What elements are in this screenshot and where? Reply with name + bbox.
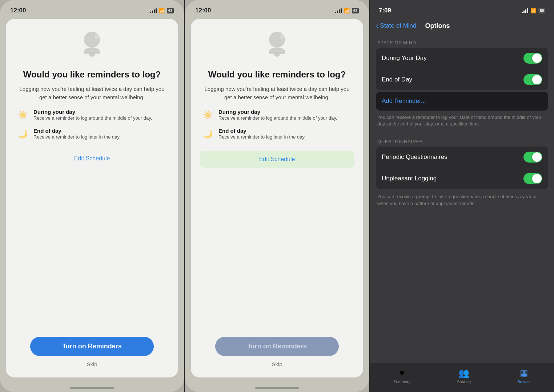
card-2: Would you like reminders to log? Logging… (191, 19, 363, 377)
bell-area-2 (261, 30, 293, 63)
feature-item-1-0: ☀️ During your day Receive a reminder to… (16, 109, 168, 122)
feature-desc-1-0: Receive a reminder to log around the mid… (33, 115, 152, 121)
feature-desc-1-1: Receive a reminder to log later in the d… (33, 134, 121, 140)
nav-title: Options (425, 22, 450, 30)
state-of-mind-section-label: STATE OF MIND (377, 40, 547, 45)
wifi-icon-2: 📶 (344, 8, 350, 13)
sharing-icon: 👥 (458, 368, 469, 378)
feature-list-2: ☀️ During your day Receive a reminder to… (200, 109, 354, 147)
during-your-day-toggle[interactable] (523, 53, 542, 64)
questionnaires-desc: You can receive a prompt to take a quest… (376, 191, 548, 212)
reminder-title-1: Would you like reminders to log? (23, 69, 161, 80)
settings-signal-icon (522, 8, 528, 13)
reminder-title-2: Would you like reminders to log? (208, 69, 346, 80)
periodic-questionnaires-label: Periodic Questionnaires (382, 153, 447, 161)
periodic-questionnaires-row[interactable]: Periodic Questionnaires (376, 147, 548, 168)
end-of-day-toggle[interactable] (523, 74, 542, 85)
toggle-knob-1 (532, 53, 542, 63)
during-your-day-label: During Your Day (382, 55, 427, 62)
during-your-day-row[interactable]: During Your Day (376, 48, 548, 69)
status-time-2: 12:00 (195, 7, 211, 14)
unpleasant-logging-toggle[interactable] (523, 173, 542, 184)
feature-item-2-1: 🌙 End of day Receive a reminder to log l… (201, 128, 353, 141)
add-reminder-label: Add Reminder... (382, 97, 426, 104)
bell-icon-1 (76, 30, 108, 63)
card-1: Would you like reminders to log? Logging… (6, 19, 178, 377)
moon-icon-1: 🌙 (16, 128, 29, 141)
bell-area-1 (76, 30, 108, 63)
tab-browse[interactable]: ▦ Browse (517, 368, 531, 384)
skip-button-2[interactable]: Skip (272, 361, 282, 367)
settings-battery-badge: 59 (538, 8, 545, 13)
add-reminder-row[interactable]: Add Reminder... (376, 92, 548, 111)
settings-status-icons: 📶 59 (522, 8, 545, 13)
tab-summary[interactable]: ♥ Summary (393, 368, 410, 384)
status-icons-1: 📶 63 (150, 8, 174, 13)
edit-schedule-link-2[interactable]: Edit Schedule (200, 151, 354, 168)
status-bar-1: 12:00 📶 63 (0, 0, 184, 19)
tab-summary-label: Summary (393, 380, 410, 384)
unpleasant-logging-label: Unpleasant Logging (382, 175, 437, 182)
browse-icon: ▦ (520, 368, 528, 378)
end-of-day-row[interactable]: End of Day (376, 69, 548, 90)
settings-status-time: 7:09 (379, 7, 391, 14)
status-icons-2: 📶 63 (335, 8, 359, 13)
phone-panel-3: 7:09 📶 59 ‹ State of Mind Options STATE … (370, 0, 554, 392)
signal-icon-1 (150, 8, 157, 13)
toggle-knob-2 (532, 75, 542, 84)
back-label: State of Mind (380, 22, 416, 29)
feature-desc-2-0: Receive a reminder to log around the mid… (218, 115, 337, 121)
questionnaires-section-label: QUESTIONNAIRES (377, 139, 547, 144)
turn-on-reminders-button-2[interactable]: Turn on Reminders (215, 337, 339, 356)
reminder-subtitle-1: Logging how you're feeling at least twic… (15, 85, 169, 101)
bell-icon-2 (261, 30, 293, 63)
feature-desc-2-1: Receive a reminder to log later in the d… (218, 134, 306, 140)
toggle-knob-4 (532, 174, 542, 183)
state-of-mind-group: During Your Day End of Day (376, 48, 548, 90)
settings-wifi-icon: 📶 (530, 8, 536, 13)
svg-point-2 (95, 34, 100, 39)
turn-on-reminders-button-1[interactable]: Turn on Reminders (30, 337, 154, 356)
heart-icon: ♥ (399, 368, 404, 378)
feature-title-1-0: During your day (33, 109, 152, 115)
feature-item-2-0: ☀️ During your day Receive a reminder to… (201, 109, 353, 122)
feature-title-2-0: During your day (218, 109, 337, 115)
svg-point-3 (269, 32, 285, 48)
settings-nav: ‹ State of Mind Options (370, 19, 554, 34)
svg-point-4 (274, 53, 280, 57)
status-bar-2: 12:00 📶 63 (185, 0, 369, 19)
add-reminder-desc: You can receive a reminder to log your s… (376, 111, 548, 133)
feature-title-2-1: End of day (218, 128, 306, 134)
back-button[interactable]: ‹ State of Mind (376, 22, 417, 30)
battery-badge-2: 63 (352, 8, 359, 13)
tab-sharing[interactable]: 👥 Sharing (457, 368, 471, 384)
moon-icon-2: 🌙 (201, 128, 214, 141)
skip-button-1[interactable]: Skip (87, 361, 97, 367)
phone-panel-2: 12:00 📶 63 Would you like rem (185, 0, 369, 392)
settings-status-bar: 7:09 📶 59 (370, 0, 554, 19)
toggle-knob-3 (532, 152, 542, 162)
svg-point-0 (84, 32, 100, 48)
feature-item-1-1: 🌙 End of day Receive a reminder to log l… (16, 128, 168, 141)
tab-sharing-label: Sharing (457, 380, 471, 384)
phone-panel-1: 12:00 📶 63 Would you like rem (0, 0, 184, 392)
questionnaires-group: Periodic Questionnaires Unpleasant Loggi… (376, 147, 548, 189)
sun-icon-1: ☀️ (16, 109, 29, 122)
sun-icon-2: ☀️ (201, 109, 214, 122)
reminder-subtitle-2: Logging how you're feeling at least twic… (200, 85, 354, 101)
settings-content: STATE OF MIND During Your Day End of Day… (370, 34, 554, 363)
wifi-icon-1: 📶 (159, 8, 165, 13)
status-time-1: 12:00 (10, 7, 26, 14)
feature-title-1-1: End of day (33, 128, 121, 134)
svg-point-5 (280, 34, 285, 39)
battery-badge-1: 63 (167, 8, 174, 13)
tab-bar: ♥ Summary 👥 Sharing ▦ Browse (370, 363, 554, 392)
feature-list-1: ☀️ During your day Receive a reminder to… (15, 109, 169, 147)
unpleasant-logging-row[interactable]: Unpleasant Logging (376, 168, 548, 189)
tab-browse-label: Browse (517, 380, 531, 384)
edit-schedule-link-1[interactable]: Edit Schedule (15, 151, 169, 166)
periodic-questionnaires-toggle[interactable] (523, 152, 542, 163)
svg-point-1 (89, 53, 95, 57)
home-indicator-1 (0, 383, 184, 392)
end-of-day-label: End of Day (382, 76, 412, 83)
